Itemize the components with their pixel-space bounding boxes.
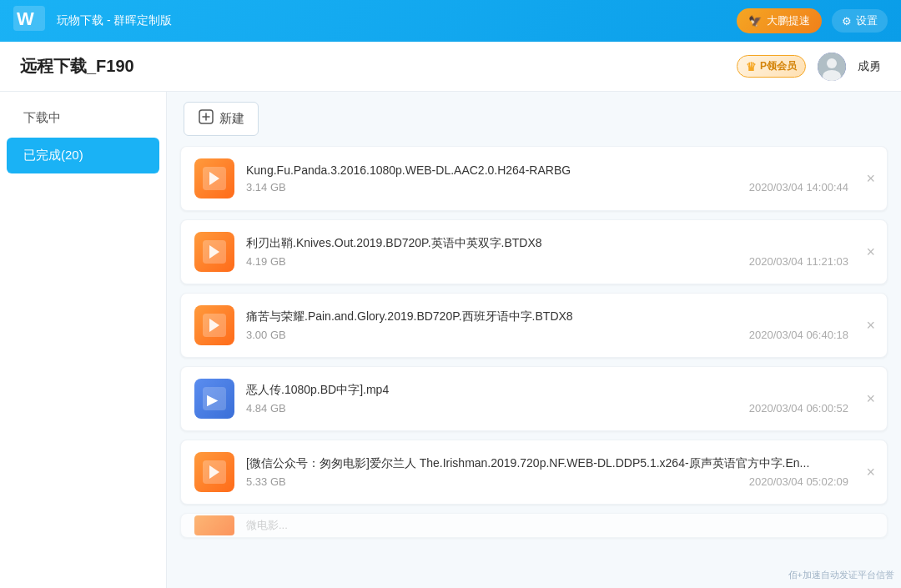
file-meta: 5.33 GB 2020/03/04 05:02:09 — [246, 475, 873, 488]
svg-point-3 — [827, 58, 837, 68]
file-date: 2020/03/04 06:00:52 — [749, 402, 848, 415]
file-size: 4.84 GB — [246, 402, 286, 415]
file-close-button[interactable]: × — [866, 171, 875, 186]
file-thumbnail-partial — [194, 515, 234, 535]
avatar[interactable] — [818, 53, 846, 81]
file-date: 2020/03/04 05:02:09 — [749, 475, 848, 488]
topbar-left: W 玩物下载 - 群晖定制版 — [13, 6, 172, 36]
file-info: 痛苦与荣耀.Pain.and.Glory.2019.BD720P.西班牙语中字.… — [246, 309, 873, 341]
file-item: ▶ 恶人传.1080p.BD中字].mp4 4.84 GB 2020/03/04… — [180, 366, 888, 431]
subheader: 远程下载_F190 ♛ P领会员 成勇 — [0, 42, 901, 92]
crown-icon: ♛ — [746, 60, 757, 73]
file-thumbnail: ▶ — [194, 379, 234, 419]
speed-button[interactable]: 🦅 大鹏提速 — [737, 8, 822, 33]
file-name: [微信公众号：匆匆电影]爱尔兰人 The.Irishman.2019.720p.… — [246, 456, 873, 471]
username-label: 成勇 — [858, 59, 881, 74]
file-name: 利刃出鞘.Knives.Out.2019.BD720P.英语中英双字.BTDX8 — [246, 236, 873, 251]
file-close-button[interactable]: × — [866, 318, 875, 333]
file-info: 利刃出鞘.Knives.Out.2019.BD720P.英语中英双字.BTDX8… — [246, 236, 873, 268]
svg-text:▶: ▶ — [207, 393, 219, 407]
topbar: W 玩物下载 - 群晖定制版 🦅 大鹏提速 ⚙ 设置 — [0, 0, 901, 42]
toolbar: 新建 — [167, 92, 901, 146]
file-size: 3.14 GB — [246, 181, 286, 193]
gear-icon: ⚙ — [842, 15, 852, 28]
main-layout: 下载中 已完成(20) 新建 — [0, 92, 901, 588]
speed-label: 大鹏提速 — [767, 13, 810, 28]
file-item: 利刃出鞘.Knives.Out.2019.BD720P.英语中英双字.BTDX8… — [180, 219, 888, 284]
file-item: [微信公众号：匆匆电影]爱尔兰人 The.Irishman.2019.720p.… — [180, 440, 888, 505]
file-list: Kung.Fu.Panda.3.2016.1080p.WEB-DL.AAC2.0… — [167, 146, 901, 588]
new-button[interactable]: 新建 — [184, 102, 259, 136]
file-size: 4.19 GB — [246, 255, 286, 268]
file-size: 5.33 GB — [246, 475, 286, 488]
file-thumbnail — [194, 452, 234, 492]
file-info: [微信公众号：匆匆电影]爱尔兰人 The.Irishman.2019.720p.… — [246, 456, 873, 488]
vip-label: P领会员 — [760, 59, 797, 73]
sidebar-item-downloading-label: 下载中 — [23, 110, 61, 124]
file-info: Kung.Fu.Panda.3.2016.1080p.WEB-DL.AAC2.0… — [246, 163, 873, 193]
sidebar-item-completed[interactable]: 已完成(20) — [7, 138, 159, 173]
file-meta: 4.84 GB 2020/03/04 06:00:52 — [246, 402, 873, 415]
file-name: 痛苦与荣耀.Pain.and.Glory.2019.BD720P.西班牙语中字.… — [246, 309, 873, 324]
sidebar: 下载中 已完成(20) — [0, 92, 167, 588]
topbar-right: 🦅 大鹏提速 ⚙ 设置 — [737, 8, 888, 33]
logo-icon: W — [13, 6, 45, 36]
subheader-right: ♛ P领会员 成勇 — [737, 53, 881, 81]
file-info: 恶人传.1080p.BD中字].mp4 4.84 GB 2020/03/04 0… — [246, 383, 873, 415]
settings-button[interactable]: ⚙ 设置 — [832, 9, 888, 33]
vip-badge[interactable]: ♛ P领会员 — [737, 55, 806, 78]
file-date: 2020/03/04 06:40:18 — [749, 329, 848, 341]
sidebar-item-downloading[interactable]: 下载中 — [7, 100, 159, 136]
svg-text:W: W — [17, 8, 34, 29]
speed-icon: 🦅 — [748, 15, 762, 28]
file-close-button[interactable]: × — [866, 244, 875, 259]
new-label: 新建 — [219, 111, 244, 127]
file-name: Kung.Fu.Panda.3.2016.1080p.WEB-DL.AAC2.0… — [246, 163, 873, 177]
file-name-partial: 微电影... — [246, 518, 288, 533]
sidebar-item-completed-label: 已完成(20) — [23, 148, 83, 162]
file-thumbnail — [194, 158, 234, 199]
app-title: 玩物下载 - 群晖定制版 — [57, 13, 172, 28]
content-area: 新建 Kung.Fu.Panda.3.2016.1080p.WEB-DL.AAC… — [167, 92, 901, 588]
file-close-button[interactable]: × — [866, 465, 875, 480]
file-date: 2020/03/04 11:21:03 — [749, 255, 848, 268]
file-thumbnail — [194, 305, 234, 345]
file-meta: 4.19 GB 2020/03/04 11:21:03 — [246, 255, 873, 268]
file-name: 恶人传.1080p.BD中字].mp4 — [246, 383, 873, 398]
file-item-partial: 微电影... — [180, 513, 888, 538]
settings-label: 设置 — [856, 13, 878, 28]
file-meta: 3.00 GB 2020/03/04 06:40:18 — [246, 329, 873, 341]
file-size: 3.00 GB — [246, 329, 286, 341]
file-thumbnail — [194, 232, 234, 272]
file-date: 2020/03/04 14:00:44 — [749, 181, 848, 193]
new-plus-icon — [198, 108, 214, 129]
file-item: 痛苦与荣耀.Pain.and.Glory.2019.BD720P.西班牙语中字.… — [180, 293, 888, 358]
page-title: 远程下载_F190 — [20, 55, 134, 78]
file-item: Kung.Fu.Panda.3.2016.1080p.WEB-DL.AAC2.0… — [180, 146, 888, 211]
file-close-button[interactable]: × — [866, 391, 875, 406]
file-meta: 3.14 GB 2020/03/04 14:00:44 — [246, 181, 873, 193]
app-logo: W — [13, 6, 45, 36]
